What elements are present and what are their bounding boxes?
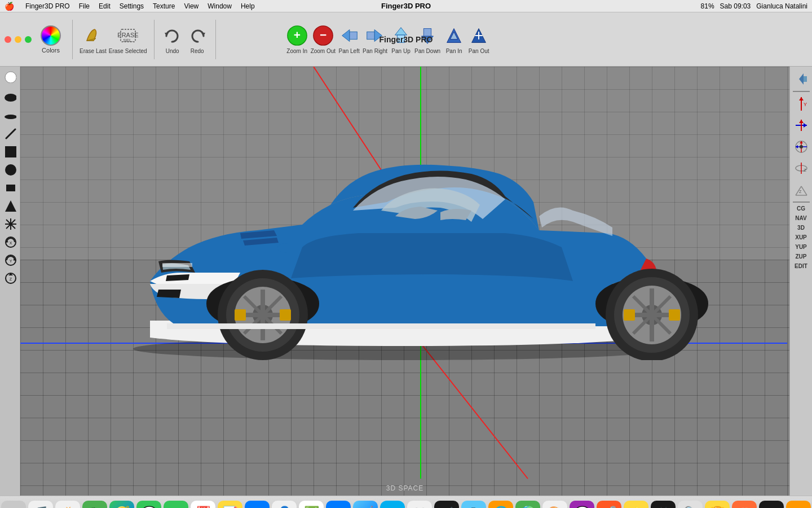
- dock-files[interactable]: 🗂: [326, 501, 351, 509]
- viewport-label: 3D SPACE: [386, 484, 423, 492]
- dock-notes[interactable]: 📝: [218, 501, 242, 509]
- separator-2: [154, 20, 155, 59]
- flat-brush-tool[interactable]: [2, 107, 18, 123]
- brush-size-indicator: [2, 69, 18, 85]
- menubar: 🍎 Finger3D PRO File Edit Settings Textur…: [0, 0, 812, 12]
- dock-mic[interactable]: 🎤: [597, 501, 621, 509]
- undo-button[interactable]: Undo: [161, 24, 184, 54]
- circle-tool[interactable]: [2, 161, 18, 177]
- erase-last-button[interactable]: Erase Last: [80, 24, 107, 54]
- dock-calendar[interactable]: 📅: [191, 501, 215, 509]
- dock-voiceover[interactable]: 🎙: [461, 501, 486, 509]
- redo-icon: [186, 24, 209, 47]
- nav-button[interactable]: NAV: [790, 214, 812, 222]
- menu-settings[interactable]: Settings: [120, 2, 144, 10]
- oval-tool[interactable]: [2, 89, 18, 105]
- erase-last-label: Erase Last: [80, 48, 107, 54]
- dock-book[interactable]: 📖: [732, 501, 757, 509]
- pen-tool[interactable]: [2, 125, 18, 141]
- yup-button[interactable]: YUP: [790, 243, 812, 251]
- pan-left-button[interactable]: Pan Left: [338, 24, 360, 54]
- dock-preferences[interactable]: ⚙: [1, 501, 26, 509]
- zup-button[interactable]: ZUP: [790, 252, 812, 261]
- dock-skype[interactable]: S: [380, 501, 405, 509]
- dock-terminal[interactable]: ⌨: [759, 501, 784, 509]
- svg-point-81: [800, 145, 803, 148]
- adjust-tool[interactable]: [2, 216, 18, 231]
- square-tool[interactable]: [2, 143, 18, 159]
- svg-rect-26: [5, 146, 16, 157]
- right-panel: Y Z: [789, 67, 812, 496]
- menubar-title: Finger3D PRO: [381, 2, 431, 10]
- dock-contacts[interactable]: 👤: [272, 501, 297, 509]
- dock-photos[interactable]: 📸: [55, 501, 80, 509]
- nav-perspective[interactable]: Z: [791, 179, 811, 200]
- zoom-out-button[interactable]: − Zoom Out: [311, 24, 336, 54]
- erase-selected-label: Erase Selected: [109, 48, 147, 54]
- zoom-in-button[interactable]: + Zoom In: [286, 24, 308, 54]
- dock-trophy[interactable]: 🏆: [705, 501, 730, 509]
- svg-point-34: [9, 222, 12, 226]
- redo-button[interactable]: Redo: [186, 24, 209, 54]
- nav-free-rotate[interactable]: [791, 137, 811, 157]
- menu-window[interactable]: Window: [208, 2, 232, 10]
- rotate-z-tool[interactable]: Z: [2, 270, 18, 286]
- menu-edit[interactable]: Edit: [99, 2, 111, 10]
- dock-reminders[interactable]: ✅: [299, 501, 324, 509]
- dock-messages[interactable]: 💬: [136, 501, 161, 509]
- dock-chat[interactable]: 💬: [570, 501, 594, 509]
- separator-3: [215, 20, 216, 59]
- menu-texture[interactable]: Texture: [153, 2, 175, 10]
- dock-maps2[interactable]: 🌍: [515, 501, 540, 509]
- svg-rect-28: [6, 185, 15, 191]
- dock-browser[interactable]: 🌐: [488, 501, 513, 509]
- window-maximize[interactable]: [25, 36, 32, 43]
- nav-z-plane[interactable]: Z: [791, 158, 811, 178]
- xup-button[interactable]: XUP: [790, 233, 812, 242]
- dock-webcam[interactable]: 📹: [434, 501, 459, 509]
- rotate-y-tool[interactable]: Y: [2, 252, 18, 268]
- svg-text:+: +: [294, 28, 301, 41]
- cone-tool[interactable]: [2, 198, 18, 213]
- menu-app[interactable]: Finger3D PRO: [25, 2, 70, 10]
- divider: [793, 91, 810, 92]
- menu-view[interactable]: View: [184, 2, 198, 10]
- nav-xz-plane[interactable]: [791, 115, 811, 135]
- dock-star[interactable]: ⭐: [624, 501, 648, 509]
- menu-file[interactable]: File: [79, 2, 90, 10]
- nav-arrow-left[interactable]: [791, 69, 811, 89]
- dock-tv[interactable]: 📺: [651, 501, 676, 509]
- svg-marker-76: [804, 123, 807, 128]
- dock-maps[interactable]: 🗺: [82, 501, 107, 509]
- svg-rect-70: [804, 76, 807, 82]
- color-wheel-icon: [41, 25, 61, 46]
- toolbar-title: Finger3D PRO: [379, 35, 433, 44]
- menu-help[interactable]: Help: [241, 2, 255, 10]
- window-minimize[interactable]: [15, 36, 21, 43]
- colors-button[interactable]: Colors: [41, 25, 61, 54]
- dock-search[interactable]: 🔍: [678, 501, 703, 509]
- pan-out-button[interactable]: Pan Out: [467, 24, 490, 54]
- dock-safari[interactable]: 🧭: [109, 501, 134, 509]
- edit-button[interactable]: EDIT: [790, 262, 812, 270]
- 3d-button[interactable]: 3D: [790, 224, 812, 232]
- dock-mail[interactable]: 📧: [245, 501, 270, 509]
- small-square-tool[interactable]: [2, 179, 18, 195]
- svg-text:Y: Y: [804, 102, 807, 107]
- window-close[interactable]: [5, 36, 11, 43]
- svg-rect-57: [280, 309, 291, 321]
- dock-photo2[interactable]: 🎨: [542, 501, 567, 509]
- rotate-x-tool[interactable]: X: [2, 234, 18, 249]
- separator-1: [72, 20, 73, 59]
- dock-music[interactable]: 🎵: [28, 501, 53, 509]
- dock-game[interactable]: 🎮: [407, 501, 432, 509]
- cg-button[interactable]: CG: [790, 204, 812, 213]
- pan-in-button[interactable]: Pan In: [443, 24, 465, 54]
- apple-menu[interactable]: 🍎: [5, 2, 14, 11]
- nav-y-axis[interactable]: Y: [791, 94, 811, 114]
- dock-appstore[interactable]: 🛒: [353, 501, 378, 509]
- dock-vm[interactable]: 💻: [786, 501, 811, 509]
- dock-facetime[interactable]: 📷: [164, 501, 188, 509]
- erase-selected-button[interactable]: ERASE SEL. Erase Selected: [109, 24, 147, 54]
- 3d-viewport[interactable]: 3D SPACE: [20, 67, 789, 496]
